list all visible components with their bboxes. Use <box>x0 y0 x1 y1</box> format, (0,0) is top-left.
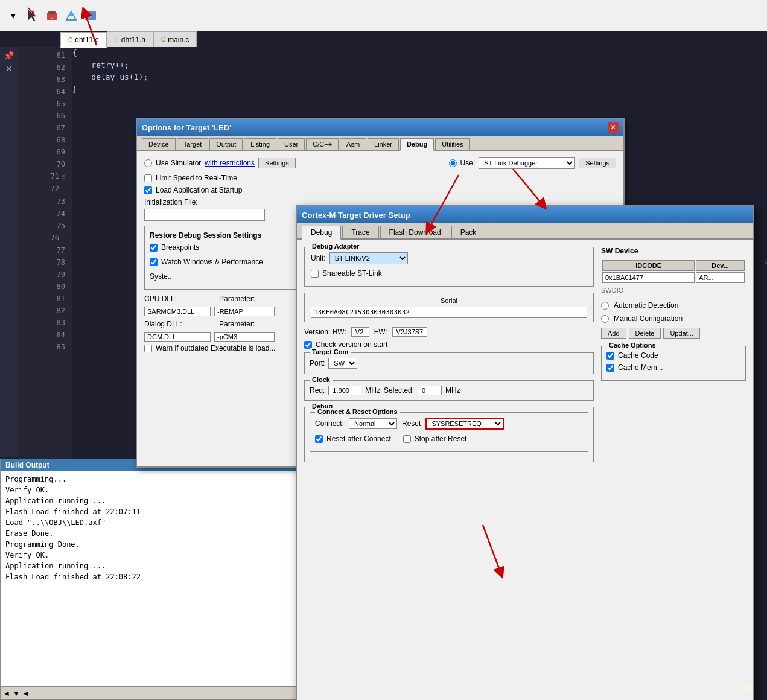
debugger-select[interactable]: ST-Link Debugger <box>479 157 575 169</box>
cache-mem-row: Cache Mem... <box>606 363 740 372</box>
options-tab-linker[interactable]: Linker <box>368 138 399 150</box>
cortex-tab-pack[interactable]: Pack <box>451 226 486 238</box>
options-tab-user[interactable]: User <box>278 138 305 150</box>
selected-input[interactable] <box>418 386 442 395</box>
options-tab-cpp[interactable]: C/C++ <box>306 138 339 150</box>
reset-after-checkbox[interactable] <box>315 435 323 443</box>
line-61: 61 <box>18 49 72 62</box>
system-row: Syste... <box>150 272 309 281</box>
build-btn[interactable]: B <box>43 7 60 24</box>
init-file-input[interactable] <box>144 209 265 221</box>
add-btn[interactable]: Add <box>601 328 626 339</box>
watch-windows-checkbox[interactable] <box>150 258 158 266</box>
options-tab-device[interactable]: Device <box>142 138 176 150</box>
cache-code-checkbox[interactable] <box>606 352 614 360</box>
build-line-2: Verify OK. <box>5 485 296 495</box>
tab-mainc[interactable]: C main.c <box>153 31 197 47</box>
load-btn[interactable] <box>63 7 80 24</box>
flash-btn[interactable] <box>82 7 99 24</box>
build-line-10: Flash Load finished at 22:08:22 <box>5 571 296 582</box>
options-dialog-titlebar: Options for Target 'LED' ✕ <box>137 119 623 136</box>
tab-dht11c[interactable]: C dht11.c <box>60 32 107 48</box>
clock-group: Clock Req: MHz Selected: MHz <box>304 380 594 401</box>
port-select[interactable]: SW <box>328 358 357 369</box>
cortex-tabs: Debug Trace Flash Download Pack <box>297 223 753 240</box>
req-input[interactable] <box>328 386 361 395</box>
selected-label: Selected: <box>384 386 414 395</box>
breakpoints-checkbox[interactable] <box>150 244 158 252</box>
cache-mem-checkbox[interactable] <box>606 364 614 372</box>
c-icon: C <box>68 37 72 43</box>
cpu-dll-label: CPU DLL: <box>144 294 217 303</box>
simulator-row: Use Simulator with restrictions Settings <box>144 158 296 168</box>
cache-code-label: Cache Code <box>618 351 658 360</box>
build-line-5: Load "..\\OBJ\\LED.axf" <box>5 517 296 528</box>
use-debugger-row: Use: ST-Link Debugger Settings <box>449 157 616 169</box>
shareable-stlink-checkbox[interactable] <box>311 270 319 278</box>
options-dialog-close[interactable]: ✕ <box>608 122 619 133</box>
cortex-tab-flash[interactable]: Flash Download <box>380 226 450 238</box>
debug-cursor-btn[interactable]: ↘ <box>24 7 41 24</box>
delete-btn[interactable]: Delete <box>629 328 661 339</box>
dialog-dll-input[interactable] <box>144 332 211 342</box>
use-debugger-radio[interactable] <box>449 159 457 167</box>
auto-detect-radio[interactable] <box>601 302 609 310</box>
options-tab-listing[interactable]: Listing <box>244 138 276 150</box>
limit-speed-checkbox[interactable] <box>144 174 152 182</box>
cortex-tab-trace[interactable]: Trace <box>342 226 378 238</box>
nav-prev-icon[interactable]: ◄ <box>3 689 10 698</box>
update-btn[interactable]: Updat... <box>663 328 700 339</box>
cursor-icon <box>26 9 39 22</box>
serial-input[interactable] <box>311 307 587 318</box>
options-dialog-tabs: Device Target Output Listing User C/C++ … <box>137 136 623 151</box>
line-74: 74 <box>18 208 72 220</box>
line-70: 70 <box>18 158 72 170</box>
svg-marker-0 <box>28 10 36 21</box>
connect-label: Connect: <box>315 419 344 428</box>
sw-device-table: IDCODE Dev... 0x1BA01477 AR... <box>601 259 746 284</box>
unit-select[interactable]: ST-LINK/V2 <box>329 252 408 264</box>
reset-after-label: Reset after Connect <box>326 434 391 443</box>
cortex-body: Debug Adapter Unit: ST-LINK/V2 Shareable… <box>297 240 753 700</box>
close-panel-icon[interactable]: ✕ <box>5 64 13 74</box>
auto-detect-label: Automatic Detection <box>614 301 678 310</box>
options-tab-utilities[interactable]: Utilities <box>435 138 469 150</box>
connect-select[interactable]: Normal <box>349 418 397 429</box>
load-icon <box>65 9 78 22</box>
options-tab-output[interactable]: Output <box>209 138 243 150</box>
cpu-dll-input[interactable] <box>144 307 211 316</box>
clock-row: Req: MHz Selected: MHz <box>310 386 588 395</box>
with-restrictions-link[interactable]: with restrictions <box>205 159 255 167</box>
port-row: Port: SW <box>310 358 588 369</box>
check-version-checkbox[interactable] <box>304 341 312 349</box>
dialog-param-input[interactable] <box>214 332 275 342</box>
build-line-7: Programming Done. <box>5 539 296 550</box>
cpu-param-input[interactable] <box>214 307 275 316</box>
line-67: 67 <box>18 122 72 134</box>
options-tab-debug[interactable]: Debug <box>400 138 434 151</box>
reset-select[interactable]: SYSRESETREQ <box>425 418 504 430</box>
use-debugger-label: Use: <box>460 159 476 167</box>
cortex-dialog-title: Cortex-M Target Driver Setup <box>302 211 410 220</box>
line-81: 81 <box>18 293 72 305</box>
dropdown-btn[interactable]: ▼ <box>5 7 22 24</box>
cortex-tab-debug[interactable]: Debug <box>302 226 341 240</box>
nav-next-icon[interactable]: ▼ <box>13 689 20 698</box>
options-tab-asm[interactable]: Asm <box>340 138 366 150</box>
build-output-panel: Build Output Programming... Verify OK. A… <box>0 459 302 700</box>
nav-right-icon[interactable]: ◄ <box>22 689 30 698</box>
build-line-1: Programming... <box>5 474 296 485</box>
simulator-settings-btn[interactable]: Settings <box>258 158 296 168</box>
options-tab-target[interactable]: Target <box>177 138 209 150</box>
tab-dht11h[interactable]: H dht11.h <box>107 31 153 47</box>
debugger-settings-btn[interactable]: Settings <box>579 158 616 168</box>
manual-config-radio[interactable] <box>601 315 609 323</box>
line-82: 82 <box>18 305 72 317</box>
load-app-checkbox[interactable] <box>144 186 152 194</box>
warn-checkbox[interactable] <box>144 345 152 352</box>
pin-icon[interactable]: 📌 <box>4 51 14 60</box>
use-simulator-radio[interactable] <box>144 159 152 167</box>
stop-after-checkbox[interactable] <box>403 435 411 443</box>
check-version-label: Check version on start <box>316 340 387 349</box>
watch-windows-row: Watch Windows & Performance <box>150 258 309 266</box>
